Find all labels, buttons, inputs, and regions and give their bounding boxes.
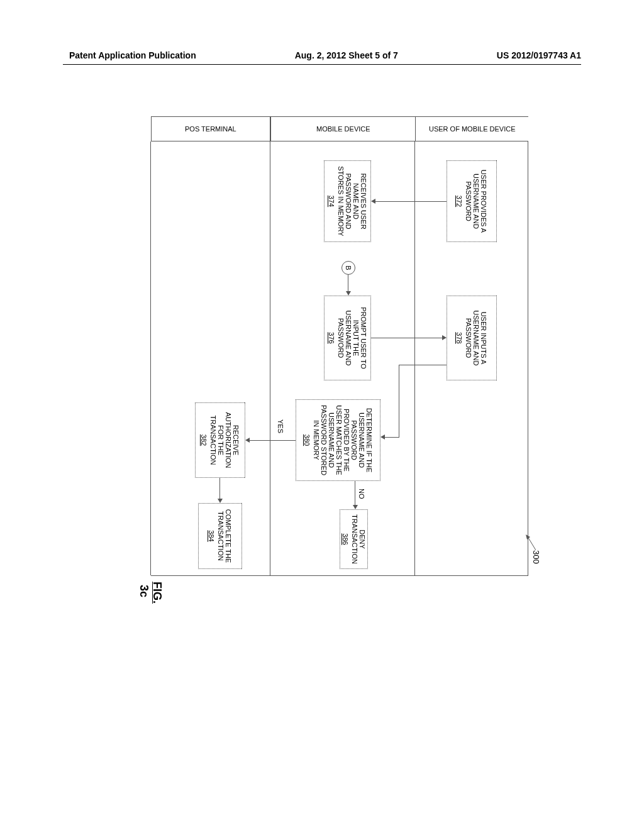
ref-300: 300 bbox=[531, 550, 541, 564]
arrowhead-b-376 bbox=[346, 291, 351, 296]
arrow-382-384 bbox=[219, 478, 220, 500]
box-384: COMPLETE THE TRANSACTION 384 bbox=[198, 503, 242, 569]
svg-marker-1 bbox=[526, 534, 530, 540]
box-372: USER PROVIDES A USERNAME AND PASSWORD 37… bbox=[447, 160, 497, 242]
box-378-ref: 378 bbox=[456, 332, 464, 343]
rule-top bbox=[528, 141, 528, 575]
header-left: Patent Application Publication bbox=[69, 50, 196, 60]
arrow-376-378 bbox=[371, 338, 443, 338]
rule2 bbox=[270, 141, 270, 575]
header-rule bbox=[63, 64, 581, 65]
box-372-ref: 372 bbox=[456, 196, 464, 207]
box-374: RECEIVES USER NAME AND PASSWORD AND STOR… bbox=[324, 160, 371, 242]
arrow-372-374 bbox=[374, 201, 447, 202]
connector-b: B bbox=[341, 261, 355, 275]
box-372-text: USER PROVIDES A USERNAME AND PASSWORD bbox=[465, 165, 488, 238]
arrow-378-380a bbox=[399, 365, 399, 437]
swimlanes: USER OF MOBILE DEVICE MOBILE DEVICE POS … bbox=[151, 116, 528, 141]
box-374-text: RECEIVES USER NAME AND PASSWORD AND STOR… bbox=[337, 165, 367, 238]
header-right: US 2012/0197743 A1 bbox=[497, 50, 581, 60]
arrow-378-380b bbox=[382, 437, 399, 438]
box-382: RECEIVE AUTHORIZATION FOR THE TRANSACTIO… bbox=[195, 402, 245, 478]
arrowhead-380-382 bbox=[245, 438, 250, 443]
arrow-380-386 bbox=[355, 481, 355, 506]
label-no: NO bbox=[358, 487, 365, 501]
box-378: USER INPUTS A USERNAME AND PASSWORD 378 bbox=[447, 296, 497, 380]
page-header: Patent Application Publication Aug. 2, 2… bbox=[0, 50, 644, 60]
rule-right bbox=[151, 575, 528, 576]
lane-user: USER OF MOBILE DEVICE bbox=[415, 116, 528, 141]
box-384-text: COMPLETE THE TRANSACTION bbox=[218, 507, 233, 565]
fig-prefix: FIG. bbox=[151, 582, 164, 604]
box-382-text: RECEIVE AUTHORIZATION FOR THE TRANSACTIO… bbox=[210, 407, 240, 473]
header-center: Aug. 2, 2012 Sheet 5 of 7 bbox=[295, 50, 398, 60]
box-380: DETERMINE IF THE USERNAME AND PASSWORD P… bbox=[296, 399, 380, 481]
box-380-ref: 380 bbox=[303, 434, 311, 446]
box-374-ref: 374 bbox=[328, 196, 335, 207]
arrowhead-378-380b bbox=[380, 434, 385, 440]
lane-pos: POS TERMINAL bbox=[151, 116, 270, 141]
figure-caption: FIG. 3c bbox=[137, 582, 164, 604]
rule3 bbox=[150, 141, 151, 575]
rule1 bbox=[414, 141, 415, 575]
fig-num: 3c bbox=[138, 585, 150, 597]
arrow-380-382 bbox=[248, 440, 296, 441]
box-378-text: USER INPUTS A USERNAME AND PASSWORD bbox=[465, 300, 488, 376]
box-380-text: DETERMINE IF THE USERNAME AND PASSWORD P… bbox=[313, 404, 373, 477]
lane-mobile: MOBILE DEVICE bbox=[270, 116, 415, 141]
arrowhead-380-386 bbox=[353, 505, 358, 509]
box-382-ref: 382 bbox=[201, 434, 208, 446]
arrowhead-382-384 bbox=[218, 499, 223, 503]
box-386-ref: 386 bbox=[341, 533, 349, 545]
box-386-text: DENY TRANSACTION bbox=[351, 514, 366, 565]
box-376-text: PROMPT USER TO INPUT THE USERNAME AND PA… bbox=[337, 300, 367, 376]
arrow-b-376 bbox=[348, 275, 348, 292]
box-376-ref: 376 bbox=[328, 332, 335, 343]
box-376: PROMPT USER TO INPUT THE USERNAME AND PA… bbox=[324, 296, 371, 380]
box-386: DENY TRANSACTION 386 bbox=[340, 509, 368, 569]
figure: USER OF MOBILE DEVICE MOBILE DEVICE POS … bbox=[138, 116, 528, 575]
arrowhead-372-374 bbox=[371, 199, 375, 204]
box-384-ref: 384 bbox=[208, 530, 216, 541]
arrowhead-376-378 bbox=[442, 335, 447, 340]
arrow-378-down bbox=[399, 365, 447, 365]
label-yes: YES bbox=[277, 418, 284, 434]
